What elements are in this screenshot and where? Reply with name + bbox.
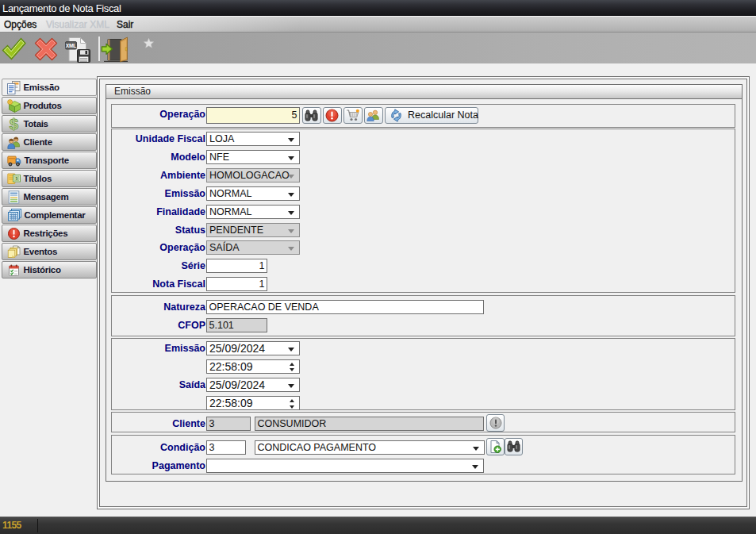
svg-text:5: 5 [15, 175, 17, 180]
svg-text:XML: XML [66, 43, 76, 48]
